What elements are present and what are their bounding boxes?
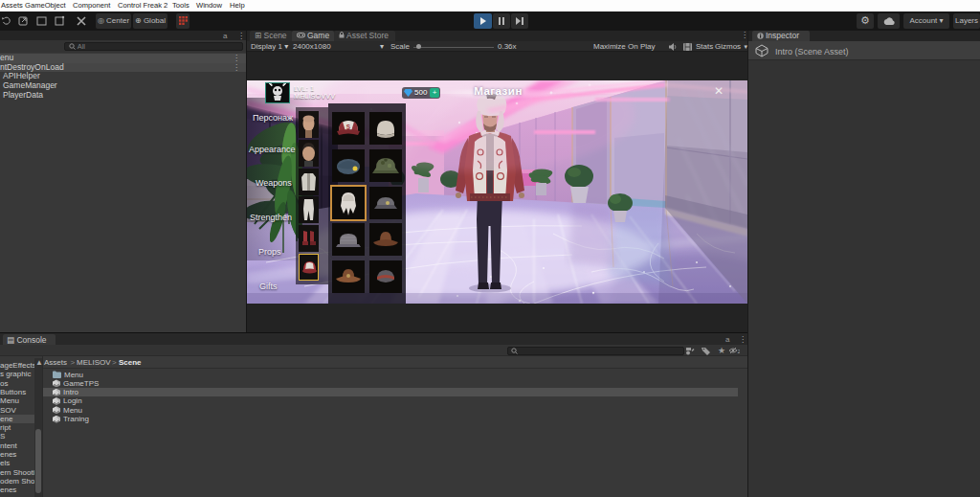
svg-text:S: S bbox=[346, 124, 351, 130]
